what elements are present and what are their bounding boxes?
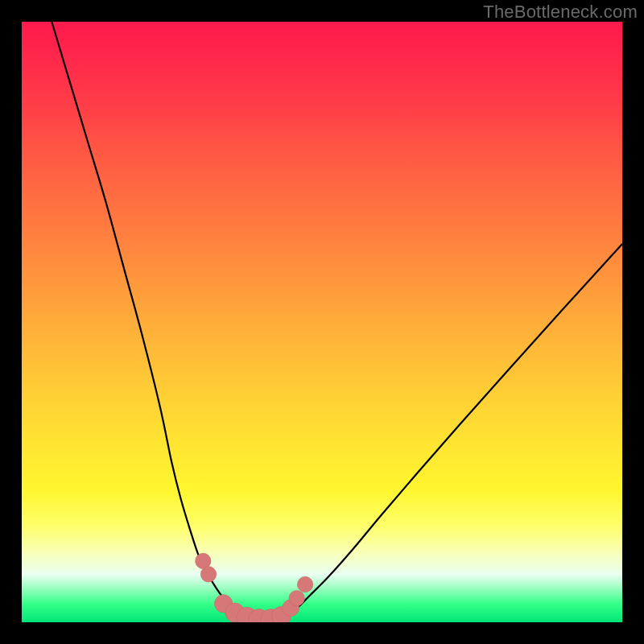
curve-right-branch xyxy=(274,244,622,619)
curve-group xyxy=(52,22,622,621)
chart-marker xyxy=(297,576,312,592)
curve-left-branch xyxy=(52,22,253,619)
chart-plot-area xyxy=(22,22,622,622)
chart-frame: TheBottleneck.com xyxy=(0,0,644,644)
watermark-text: TheBottleneck.com xyxy=(483,2,638,23)
chart-marker xyxy=(289,590,304,605)
chart-svg xyxy=(22,22,622,622)
marker-group xyxy=(196,553,313,622)
chart-marker xyxy=(200,567,216,582)
